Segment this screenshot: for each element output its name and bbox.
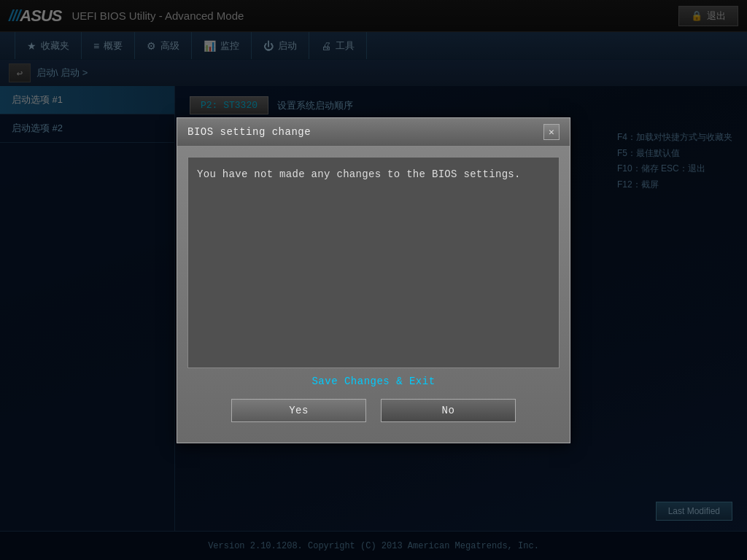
modal-header: BIOS setting change ✕ <box>177 118 570 147</box>
no-button[interactable]: No <box>381 399 516 422</box>
save-changes-exit-link[interactable]: Save Changes & Exit <box>187 376 560 387</box>
modal-overlay: BIOS setting change ✕ You have not made … <box>0 0 747 560</box>
modal-close-button[interactable]: ✕ <box>543 124 560 140</box>
yes-button[interactable]: Yes <box>231 399 366 422</box>
close-icon: ✕ <box>549 126 554 138</box>
modal-body: You have not made any changes to the BIO… <box>177 147 570 443</box>
modal-title: BIOS setting change <box>187 126 311 138</box>
bios-change-modal: BIOS setting change ✕ You have not made … <box>177 117 570 443</box>
modal-message: You have not made any changes to the BIO… <box>187 157 560 368</box>
modal-buttons: Yes No <box>187 392 560 432</box>
